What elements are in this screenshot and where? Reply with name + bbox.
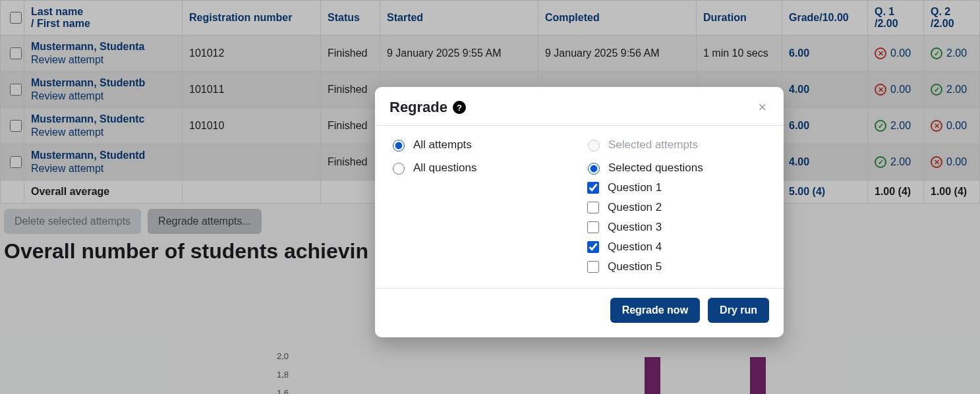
question-option[interactable]: Question 5: [585, 259, 769, 275]
help-icon[interactable]: ?: [453, 101, 466, 114]
opt-selected-questions[interactable]: Selected questions: [585, 161, 769, 175]
regrade-now-button[interactable]: Regrade now: [610, 298, 700, 323]
radio-selected-questions[interactable]: [588, 163, 600, 175]
question-option[interactable]: Question 3: [585, 219, 769, 235]
opt-selected-attempts: Selected attempts: [585, 138, 769, 152]
regrade-modal: Regrade ? × All attempts Selected attemp…: [375, 87, 784, 337]
question-checkbox[interactable]: [587, 202, 599, 213]
opt-all-attempts[interactable]: All attempts: [389, 138, 574, 152]
question-checkbox[interactable]: [587, 241, 599, 253]
question-checkbox[interactable]: [587, 261, 599, 273]
question-option[interactable]: Question 4: [585, 239, 769, 255]
radio-selected-attempts: [588, 140, 600, 152]
opt-all-questions[interactable]: All questions: [389, 161, 574, 175]
radio-all-attempts[interactable]: [393, 140, 405, 152]
question-option[interactable]: Question 1: [585, 180, 769, 196]
question-option[interactable]: Question 2: [585, 200, 769, 215]
close-icon[interactable]: ×: [755, 100, 769, 115]
radio-all-questions[interactable]: [393, 163, 405, 175]
question-checkbox[interactable]: [587, 182, 599, 194]
question-checkbox[interactable]: [587, 221, 599, 233]
dry-run-button[interactable]: Dry run: [708, 298, 769, 323]
modal-title: Regrade: [389, 99, 447, 116]
